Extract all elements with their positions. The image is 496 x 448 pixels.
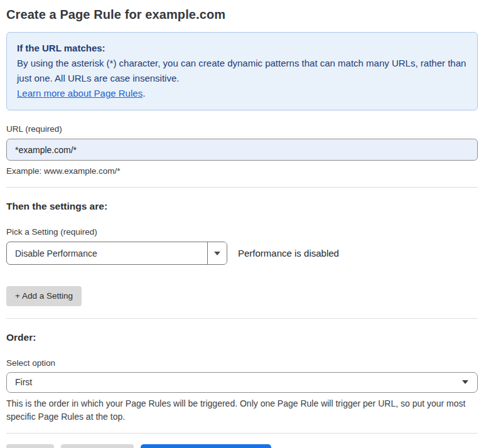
settings-section-heading: Then the settings are: <box>6 201 478 212</box>
url-field-label: URL (required) <box>6 124 478 134</box>
url-match-info-box: If the URL matches: By using the asteris… <box>6 32 478 110</box>
cancel-button[interactable]: Cancel <box>6 444 54 448</box>
page-title: Create a Page Rule for example.com <box>6 8 478 22</box>
learn-more-link[interactable]: Learn more about Page Rules <box>17 88 143 99</box>
page-rule-form: Create a Page Rule for example.com If th… <box>0 0 496 448</box>
order-section-heading: Order: <box>6 332 478 343</box>
setting-status-text: Performance is disabled <box>238 248 339 259</box>
save-deploy-button[interactable]: Save and Deploy Page Rule <box>141 444 271 448</box>
form-actions: Cancel Save as Draft Save and Deploy Pag… <box>6 444 478 448</box>
order-help-text: This is the order in which your Page Rul… <box>6 397 476 424</box>
order-select-value: First <box>15 377 462 387</box>
url-input[interactable] <box>6 139 478 161</box>
divider <box>6 433 478 434</box>
setting-select-value: Disable Performance <box>7 242 207 264</box>
order-select[interactable]: First <box>6 372 478 393</box>
link-suffix: . <box>143 88 145 99</box>
info-box-heading: If the URL matches: <box>17 41 467 56</box>
setting-picker-row: Disable Performance Performance is disab… <box>6 242 478 265</box>
save-draft-button[interactable]: Save as Draft <box>61 444 134 448</box>
url-example-text: Example: www.example.com/* <box>6 166 478 176</box>
order-select-label: Select option <box>6 358 478 368</box>
divider <box>6 187 478 188</box>
setting-select[interactable]: Disable Performance <box>6 242 227 265</box>
caret-down-icon <box>214 252 220 255</box>
add-setting-button[interactable]: + Add a Setting <box>6 286 82 306</box>
setting-select-arrow-button[interactable] <box>207 242 227 264</box>
info-box-link-line: Learn more about Page Rules. <box>17 86 467 101</box>
divider <box>6 318 478 319</box>
info-box-body: By using the asterisk (*) character, you… <box>17 56 467 86</box>
caret-down-icon <box>462 380 468 384</box>
pick-setting-label: Pick a Setting (required) <box>6 227 478 237</box>
